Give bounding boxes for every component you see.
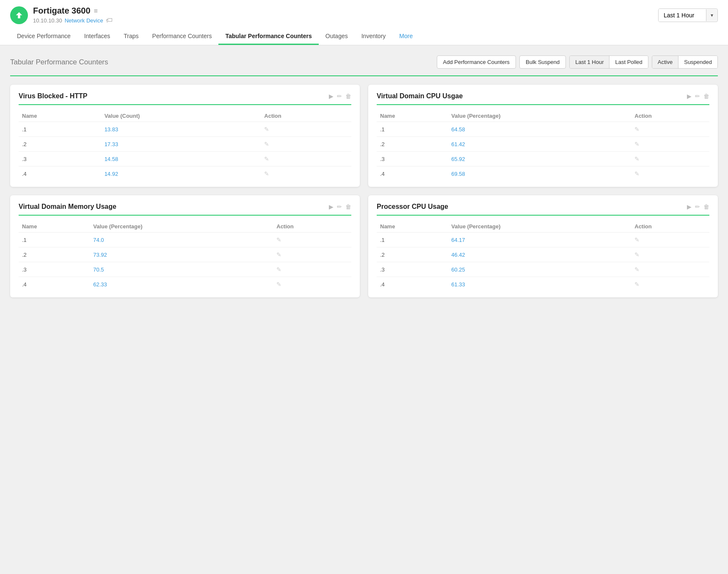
device-type-link[interactable]: Network Device	[65, 17, 103, 24]
card-virtual-domain-cpu-usage: Virtual Domain CPU Usgae▶✏🗑NameValue (Pe…	[368, 85, 718, 187]
row-value[interactable]: 73.92	[90, 247, 273, 262]
row-value[interactable]: 64.17	[448, 233, 631, 247]
edit-icon[interactable]: ✏	[695, 93, 700, 100]
hamburger-icon[interactable]: ≡	[94, 7, 98, 15]
row-value[interactable]: 64.58	[448, 122, 631, 137]
card-divider-virtual-domain-memory-usage	[19, 215, 351, 216]
edit-icon[interactable]: ✏	[337, 93, 342, 100]
time-range-arrow[interactable]: ▾	[706, 9, 717, 21]
row-value[interactable]: 46.42	[448, 247, 631, 262]
table-virtual-domain-memory-usage: NameValue (Percentage)Action.174.0✎.273.…	[19, 221, 351, 291]
edit-icon[interactable]: ✏	[337, 203, 342, 210]
col-header: Value (Count)	[101, 110, 261, 122]
tag-icon[interactable]: 🏷	[106, 17, 113, 24]
trash-icon[interactable]: 🗑	[345, 203, 351, 210]
table-row: .370.5✎	[19, 262, 351, 277]
toggle-last-polled[interactable]: Last Polled	[609, 56, 648, 68]
row-name: .3	[377, 152, 448, 166]
card-header-virtual-domain-cpu-usage: Virtual Domain CPU Usgae▶✏🗑	[377, 92, 709, 100]
row-edit-icon[interactable]: ✎	[631, 166, 709, 181]
row-value[interactable]: 14.92	[101, 166, 261, 181]
tab-more[interactable]: More	[392, 28, 419, 45]
card-title-virtual-domain-memory-usage: Virtual Domain Memory Usage	[19, 203, 116, 211]
card-actions-virtual-domain-cpu-usage: ▶✏🗑	[687, 93, 709, 100]
play-icon[interactable]: ▶	[687, 203, 692, 210]
table-row: .246.42✎	[377, 247, 709, 262]
card-divider-virus-blocked-http	[19, 104, 351, 105]
row-edit-icon[interactable]: ✎	[631, 262, 709, 277]
toggle-active[interactable]: Active	[652, 56, 678, 68]
row-edit-icon[interactable]: ✎	[631, 152, 709, 166]
row-value[interactable]: 13.83	[101, 122, 261, 137]
main-content: Tabular Performance Counters Add Perform…	[0, 45, 728, 308]
row-name: .1	[19, 122, 101, 137]
row-edit-icon[interactable]: ✎	[261, 137, 351, 152]
row-edit-icon[interactable]: ✎	[261, 166, 351, 181]
row-value[interactable]: 61.42	[448, 137, 631, 152]
play-icon[interactable]: ▶	[329, 93, 334, 100]
row-value[interactable]: 17.33	[101, 137, 261, 152]
time-range-dropdown[interactable]: Last 1 Hour Last 4 Hours Last 12 Hours L…	[659, 9, 706, 22]
trash-icon[interactable]: 🗑	[703, 203, 709, 210]
col-header: Action	[631, 221, 709, 233]
bulk-suspend-button[interactable]: Bulk Suspend	[519, 55, 566, 69]
table-row: .461.33✎	[377, 277, 709, 292]
trash-icon[interactable]: 🗑	[703, 93, 709, 100]
card-actions-processor-cpu-usage: ▶✏🗑	[687, 203, 709, 210]
toggle-suspended[interactable]: Suspended	[678, 56, 717, 68]
play-icon[interactable]: ▶	[687, 93, 692, 100]
row-edit-icon[interactable]: ✎	[261, 152, 351, 166]
tab-inventory[interactable]: Inventory	[355, 28, 393, 45]
col-header: Value (Percentage)	[90, 221, 273, 233]
row-edit-icon[interactable]: ✎	[631, 247, 709, 262]
play-icon[interactable]: ▶	[329, 203, 334, 210]
tab-performance-counters[interactable]: Performance Counters	[146, 28, 219, 45]
edit-icon[interactable]: ✏	[695, 203, 700, 210]
device-info: Fortigate 3600 ≡ 10.10.10.30 Network Dev…	[33, 6, 113, 24]
tab-interfaces[interactable]: Interfaces	[77, 28, 117, 45]
row-edit-icon[interactable]: ✎	[273, 262, 351, 277]
tab-outages[interactable]: Outages	[319, 28, 355, 45]
table-processor-cpu-usage: NameValue (Percentage)Action.164.17✎.246…	[377, 221, 709, 291]
row-edit-icon[interactable]: ✎	[631, 122, 709, 137]
row-value[interactable]: 65.92	[448, 152, 631, 166]
row-edit-icon[interactable]: ✎	[273, 277, 351, 292]
row-name: .3	[19, 152, 101, 166]
row-value[interactable]: 74.0	[90, 233, 273, 247]
row-edit-icon[interactable]: ✎	[631, 233, 709, 247]
row-name: .4	[377, 166, 448, 181]
cards-grid: Virus Blocked - HTTP▶✏🗑NameValue (Count)…	[10, 85, 718, 297]
card-virus-blocked-http: Virus Blocked - HTTP▶✏🗑NameValue (Count)…	[10, 85, 360, 187]
row-edit-icon[interactable]: ✎	[631, 277, 709, 292]
card-actions-virtual-domain-memory-usage: ▶✏🗑	[329, 203, 351, 210]
table-row: .164.58✎	[377, 122, 709, 137]
trash-icon[interactable]: 🗑	[345, 93, 351, 100]
table-row: .164.17✎	[377, 233, 709, 247]
row-edit-icon[interactable]: ✎	[273, 233, 351, 247]
tab-traps[interactable]: Traps	[117, 28, 145, 45]
add-performance-counters-button[interactable]: Add Performance Counters	[437, 55, 516, 69]
table-virtual-domain-cpu-usage: NameValue (Percentage)Action.164.58✎.261…	[377, 110, 709, 181]
row-value[interactable]: 14.58	[101, 152, 261, 166]
time-range-select[interactable]: Last 1 Hour Last 4 Hours Last 12 Hours L…	[658, 8, 718, 22]
row-name: .4	[19, 166, 101, 181]
row-name: .4	[19, 277, 90, 292]
col-header: Name	[377, 221, 448, 233]
card-header-virtual-domain-memory-usage: Virtual Domain Memory Usage▶✏🗑	[19, 203, 351, 211]
row-value[interactable]: 61.33	[448, 277, 631, 292]
row-value[interactable]: 62.33	[90, 277, 273, 292]
row-edit-icon[interactable]: ✎	[273, 247, 351, 262]
row-value[interactable]: 70.5	[90, 262, 273, 277]
row-value[interactable]: 60.25	[448, 262, 631, 277]
table-row: .273.92✎	[19, 247, 351, 262]
table-row: .217.33✎	[19, 137, 351, 152]
table-row: .365.92✎	[377, 152, 709, 166]
row-edit-icon[interactable]: ✎	[631, 137, 709, 152]
card-header-virus-blocked-http: Virus Blocked - HTTP▶✏🗑	[19, 92, 351, 100]
row-edit-icon[interactable]: ✎	[261, 122, 351, 137]
tab-tabular-performance-counters[interactable]: Tabular Performance Counters	[218, 28, 318, 45]
tab-device-performance[interactable]: Device Performance	[10, 28, 77, 45]
toggle-last-hour[interactable]: Last 1 Hour	[570, 56, 609, 68]
section-actions: Add Performance Counters Bulk Suspend La…	[437, 55, 718, 69]
row-value[interactable]: 69.58	[448, 166, 631, 181]
